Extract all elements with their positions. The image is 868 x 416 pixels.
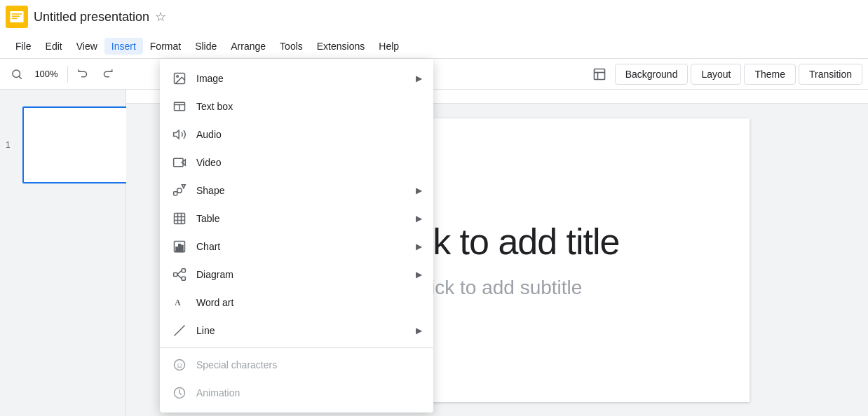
menu-slide[interactable]: Slide — [188, 38, 224, 55]
video-icon — [171, 154, 188, 171]
menu-arrange[interactable]: Arrange — [224, 38, 273, 55]
svg-line-37 — [175, 326, 185, 336]
menu-edit[interactable]: Edit — [39, 38, 69, 55]
transition-button[interactable]: Transition — [799, 64, 862, 85]
shape-icon — [171, 182, 188, 199]
app-icon — [6, 6, 28, 28]
diagram-icon — [171, 266, 188, 283]
star-icon[interactable]: ☆ — [155, 9, 166, 25]
insert-animation-item: Animation — [160, 379, 433, 407]
chart-icon — [171, 238, 188, 255]
insert-chart-label: Chart — [196, 241, 416, 252]
toolbar-right: Background Layout Theme Transition — [587, 63, 862, 85]
insert-diagram-item[interactable]: Diagram ▶ — [160, 261, 433, 289]
svg-rect-33 — [182, 277, 185, 280]
svg-line-6 — [19, 76, 21, 78]
chart-arrow: ▶ — [416, 242, 422, 251]
menu-extensions[interactable]: Extensions — [310, 38, 372, 55]
insert-wordart-item[interactable]: A Word art — [160, 289, 433, 317]
layout-button[interactable]: Layout — [691, 64, 741, 85]
menu-tools[interactable]: Tools — [273, 38, 310, 55]
insert-shape-label: Shape — [196, 185, 416, 196]
menu-file[interactable]: File — [8, 38, 39, 55]
slide-subtitle-placeholder[interactable]: Click to add subtitle — [412, 277, 583, 299]
insert-line-item[interactable]: Line ▶ — [160, 317, 433, 345]
svg-rect-4 — [12, 18, 18, 20]
wordart-icon: A — [171, 294, 188, 311]
svg-rect-28 — [176, 247, 178, 252]
redo-icon — [101, 68, 114, 81]
insert-diagram-label: Diagram — [196, 269, 416, 280]
insert-video-label: Video — [196, 157, 422, 168]
svg-point-11 — [177, 76, 179, 78]
insert-table-item[interactable]: Table ▶ — [160, 204, 433, 233]
menu-format[interactable]: Format — [143, 38, 188, 55]
svg-text:Ω: Ω — [177, 362, 182, 369]
animation-icon — [171, 384, 188, 401]
insert-image-label: Image — [196, 73, 416, 84]
insert-table-label: Table — [196, 213, 416, 224]
background-button[interactable]: Background — [615, 64, 689, 85]
image-arrow: ▶ — [416, 74, 422, 83]
search-icon — [11, 68, 23, 81]
undo-button[interactable] — [72, 63, 95, 85]
insert-chart-item[interactable]: Chart ▶ — [160, 233, 433, 261]
slide-thumbnail[interactable] — [22, 106, 131, 183]
menu-view[interactable]: View — [69, 38, 104, 55]
menu-insert[interactable]: Insert — [104, 38, 143, 55]
svg-point-18 — [177, 188, 182, 193]
frame-icon — [592, 67, 606, 81]
insert-wordart-label: Word art — [196, 297, 422, 308]
svg-line-34 — [177, 270, 182, 275]
menu-separator — [160, 347, 433, 348]
toolbar-separator-1 — [67, 66, 68, 83]
svg-rect-32 — [182, 269, 185, 272]
insert-textbox-label: Text box — [196, 101, 422, 112]
svg-marker-20 — [182, 185, 185, 188]
frame-button[interactable] — [587, 63, 612, 85]
insert-animation-label: Animation — [196, 387, 422, 398]
table-icon — [171, 210, 188, 227]
textbox-icon — [171, 98, 188, 115]
redo-button[interactable] — [96, 63, 118, 85]
svg-line-35 — [177, 275, 182, 279]
svg-rect-19 — [174, 192, 177, 195]
undo-icon — [77, 68, 90, 81]
insert-dropdown-menu: Image ▶ Text box Audio Video — [160, 59, 433, 412]
image-icon — [171, 70, 188, 87]
svg-marker-17 — [182, 160, 185, 165]
insert-video-item[interactable]: Video — [160, 148, 433, 176]
menu-help[interactable]: Help — [372, 38, 406, 55]
svg-rect-30 — [182, 245, 184, 251]
search-button[interactable] — [6, 63, 28, 85]
insert-specialchars-item: Ω Special characters — [160, 351, 433, 379]
insert-specialchars-label: Special characters — [196, 359, 422, 370]
svg-rect-2 — [12, 13, 22, 15]
shape-arrow: ▶ — [416, 186, 422, 195]
svg-rect-7 — [594, 69, 604, 79]
insert-line-label: Line — [196, 325, 416, 336]
insert-audio-label: Audio — [196, 129, 422, 140]
insert-audio-item[interactable]: Audio — [160, 120, 433, 148]
svg-text:A: A — [175, 298, 181, 307]
diagram-arrow: ▶ — [416, 270, 422, 279]
audio-icon — [171, 126, 188, 143]
svg-rect-29 — [179, 244, 181, 252]
insert-textbox-item[interactable]: Text box — [160, 92, 433, 120]
svg-rect-21 — [175, 214, 185, 224]
line-icon — [171, 322, 188, 339]
zoom-button[interactable]: 100% — [29, 63, 63, 85]
toolbar: 100% Background Layout Theme Transition — [0, 59, 868, 90]
slide-number: 1 — [6, 140, 11, 150]
insert-shape-item[interactable]: Shape ▶ — [160, 176, 433, 204]
slides-panel: 1 — [0, 90, 126, 416]
title-bar: Untitled presentation ☆ — [0, 0, 868, 34]
svg-rect-31 — [174, 273, 177, 277]
specialchars-icon: Ω — [171, 356, 188, 373]
theme-button[interactable]: Theme — [744, 64, 796, 85]
table-arrow: ▶ — [416, 214, 422, 223]
svg-rect-3 — [12, 15, 20, 17]
menu-bar: File Edit View Insert Format Slide Arran… — [0, 34, 868, 59]
insert-image-item[interactable]: Image ▶ — [160, 64, 433, 92]
main-area: 1 3 4 5 6 7 8 Click to add title Click t… — [0, 90, 868, 416]
